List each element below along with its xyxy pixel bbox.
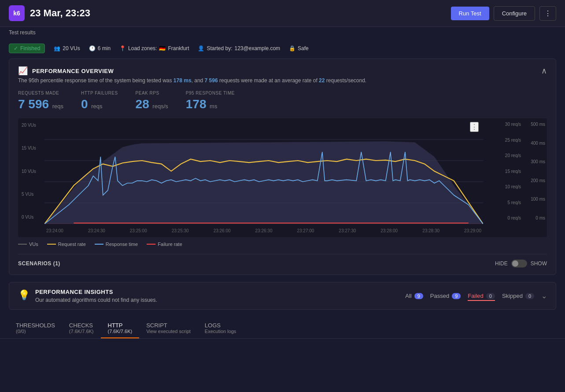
insights-description: Our automated algorithms could not find … (35, 297, 157, 303)
check-icon: ✓ (14, 45, 18, 51)
requests-made-label: REQUESTS MADE (18, 91, 63, 95)
tab-checks[interactable]: CHECKS (7.6K/7.6K) (62, 317, 101, 338)
requests-made-value-row: 7 596 reqs (18, 97, 63, 111)
http-failures-value: 0 (81, 97, 88, 111)
top-bar-left: k6 23 Mar, 23:23 (9, 5, 90, 21)
scenarios-toggle-track[interactable] (511, 260, 527, 267)
requests-made-unit: reqs (52, 103, 63, 110)
skipped-tab-label: Skipped (502, 293, 523, 299)
requests-made-value: 7 596 (18, 97, 49, 111)
p95-response-value-row: 178 ms (186, 97, 235, 111)
perf-overview-description: The 95th percentile response time of the… (18, 77, 366, 84)
request-rate-legend-label: Request rate (58, 242, 86, 247)
performance-overview: 📈 PERFORMANCE OVERVIEW The 95th percenti… (9, 59, 556, 275)
page-title: 23 Mar, 23:23 (30, 7, 90, 19)
response-time-line-indicator (95, 244, 103, 245)
failure-rate-line-indicator (147, 244, 155, 245)
insights-tab-failed[interactable]: Failed 0 (468, 291, 495, 301)
skipped-count-badge: 0 (525, 293, 534, 299)
insights-tab-passed[interactable]: Passed 9 (430, 291, 461, 301)
duration-status: 🕐 6 min (89, 45, 111, 51)
insights-icon: 💡 (18, 289, 30, 301)
tab-thresholds[interactable]: THRESHOLDS (0/0) (9, 317, 62, 338)
legend-failure-rate: Failure rate (147, 242, 182, 247)
legend-vus: VUs (18, 242, 38, 247)
request-rate-line-indicator (47, 244, 56, 245)
p95-response-unit: ms (210, 103, 217, 110)
response-time-legend-label: Response time (106, 242, 138, 247)
chart-icon: 📈 (18, 66, 28, 76)
failed-tab-label: Failed (468, 293, 483, 299)
person-icon: 👤 (198, 45, 204, 51)
insights-title: PERFORMANCE INSIGHTS (35, 289, 157, 295)
peak-rps-value-row: 28 reqs/s (136, 97, 168, 111)
scenarios-toggle: HIDE SHOW (495, 260, 547, 267)
http-failures-metric: HTTP FAILURES 0 reqs (81, 91, 118, 111)
tab-logs[interactable]: LOGS Execution logs (198, 317, 244, 338)
k6-logo: k6 (9, 5, 25, 21)
p95-response-value: 178 (186, 97, 207, 111)
p95-response-metric: P95 RESPONSE TIME 178 ms (186, 91, 235, 111)
started-by-status: 👤 Started by: 123@example.com (198, 45, 280, 51)
more-options-button[interactable]: ⋮ (539, 6, 556, 21)
chart-legend: VUs Request rate Response time Failure r… (18, 242, 547, 247)
location-icon: 📍 (119, 45, 126, 51)
legend-request-rate: Request rate (47, 242, 86, 247)
users-icon: 👥 (54, 45, 60, 51)
sub-header: Test results (0, 27, 565, 40)
peak-rps-unit: reqs/s (152, 103, 168, 110)
perf-overview-header: 📈 PERFORMANCE OVERVIEW The 95th percenti… (18, 66, 547, 91)
finished-label: Finished (20, 45, 40, 51)
safe-status: 🔒 Safe (289, 45, 309, 51)
load-zones-status: 📍 Load zones: 🇩🇪 Frankfurt (119, 45, 189, 51)
chart-y-left: 20 VUs 15 VUs 10 VUs 5 VUs 0 VUs (18, 118, 44, 224)
perf-overview-title-row: 📈 PERFORMANCE OVERVIEW (18, 66, 366, 76)
all-count-badge: 9 (414, 293, 423, 299)
performance-chart: ⋮ 20 VUs 15 VUs 10 VUs 5 VUs 0 VUs (18, 118, 547, 237)
collapse-overview-button[interactable]: ∧ (541, 66, 547, 76)
requests-made-metric: REQUESTS MADE 7 596 reqs (18, 91, 63, 111)
passed-count-badge: 9 (452, 293, 461, 299)
performance-insights: 💡 PERFORMANCE INSIGHTS Our automated alg… (9, 282, 556, 310)
all-tab-label: All (405, 293, 411, 299)
vus-status: 👥 20 VUs (54, 45, 80, 51)
insights-tab-skipped[interactable]: Skipped 0 (502, 291, 534, 301)
chart-y-rps: 30 req/s 25 req/s 20 req/s 15 req/s 10 r… (494, 118, 523, 224)
insights-chevron-icon: ⌄ (541, 292, 547, 300)
perf-overview-title-section: 📈 PERFORMANCE OVERVIEW The 95th percenti… (18, 66, 366, 91)
clock-icon: 🕐 (89, 45, 96, 51)
peak-rps-value: 28 (136, 97, 149, 111)
peak-rps-label: PEAK RPS (136, 91, 168, 95)
tab-http[interactable]: HTTP (7.6K/7.6K) (101, 317, 140, 338)
configure-button[interactable]: Configure (494, 6, 535, 21)
hide-label: HIDE (495, 260, 508, 267)
insights-tab-all[interactable]: All 9 (405, 291, 423, 301)
bottom-tabs-row: THRESHOLDS (0/0) CHECKS (7.6K/7.6K) HTTP… (0, 317, 565, 339)
run-test-button[interactable]: Run Test (451, 7, 489, 20)
chart-svg (44, 118, 483, 224)
finished-badge: ✓ Finished (9, 44, 45, 53)
show-label: SHOW (531, 260, 547, 267)
chart-svg-area (44, 118, 483, 224)
vus-legend-label: VUs (29, 242, 38, 247)
passed-tab-label: Passed (430, 293, 449, 299)
p95-response-label: P95 RESPONSE TIME (186, 91, 235, 95)
tab-script[interactable]: SCRIPT View executed script (139, 317, 198, 338)
failure-rate-legend-label: Failure rate (158, 242, 182, 247)
insights-right: All 9 Passed 9 Failed 0 Skipped 0 ⌄ (405, 291, 547, 301)
svg-marker-5 (44, 141, 483, 224)
chart-y-ms: 500 ms 400 ms 300 ms 200 ms 100 ms 0 ms (523, 118, 547, 224)
toggle-knob (512, 260, 518, 267)
http-failures-unit: reqs (91, 103, 102, 110)
test-results-label: Test results (9, 29, 36, 36)
http-failures-label: HTTP FAILURES (81, 91, 118, 95)
top-bar: k6 23 Mar, 23:23 Run Test Configure ⋮ (0, 0, 565, 27)
vus-line-indicator (18, 244, 27, 245)
chart-x-labels: 23:24:00 23:24:30 23:25:00 23:25:30 23:2… (44, 224, 483, 237)
top-bar-right: Run Test Configure ⋮ (451, 6, 556, 21)
http-failures-value-row: 0 reqs (81, 97, 118, 111)
insights-text: PERFORMANCE INSIGHTS Our automated algor… (35, 289, 157, 303)
failed-count-badge: 0 (486, 293, 495, 299)
status-bar: ✓ Finished 👥 20 VUs 🕐 6 min 📍 Load zones… (0, 40, 565, 59)
perf-overview-title: PERFORMANCE OVERVIEW (32, 68, 114, 74)
